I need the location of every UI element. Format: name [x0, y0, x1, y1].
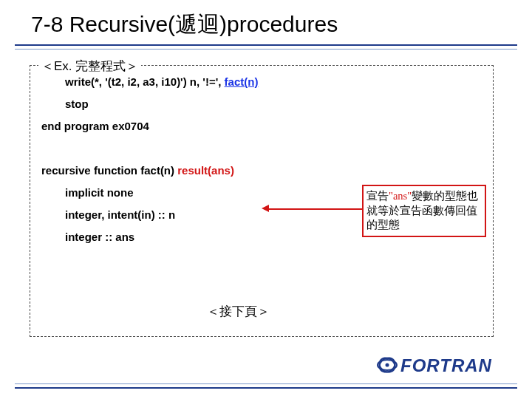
- annotation-arrow-head: [262, 205, 269, 212]
- title-underline: [15, 44, 517, 50]
- code-blank: [41, 137, 337, 160]
- annotation-arrow-line: [265, 208, 362, 210]
- code-result-ans: result(ans): [177, 164, 234, 177]
- slide-title: 7-8 Recursive(遞迴)procedures: [31, 12, 338, 38]
- code-line-3: end program ex0704: [41, 115, 337, 137]
- code-line-1: write(*, '(t2, i2, a3, i10)') n, '!=', f…: [41, 71, 337, 93]
- code-line-2: stop: [41, 93, 337, 115]
- code-line-6: integer, intent(in) :: n: [41, 204, 337, 226]
- code-line-5: implicit none: [41, 182, 337, 204]
- code-line-7: integer :: ans: [41, 226, 337, 248]
- code-call-factn: fact(n): [225, 75, 259, 88]
- code-line-4: recursive function fact(n) result(ans): [41, 160, 337, 182]
- svg-point-3: [386, 364, 389, 367]
- annotation-box: 宣告"ans"變數的型態也就等於宣告函數傳回值的型態: [362, 185, 486, 237]
- annotation-text-1: 宣告: [366, 190, 389, 202]
- annotation-ans: "ans": [389, 190, 412, 202]
- logo-text: FORTRAN: [400, 355, 492, 375]
- code-block: write(*, '(t2, i2, a3, i10)') n, '!=', f…: [41, 71, 337, 248]
- slide: 7-8 Recursive(遞迴)procedures ＜Ex. 完整程式＞ w…: [0, 0, 532, 399]
- continued-label: ＜接下頁＞: [207, 303, 270, 320]
- footer-underline: [15, 383, 517, 389]
- fortran-logo: FORTRAN: [377, 352, 511, 378]
